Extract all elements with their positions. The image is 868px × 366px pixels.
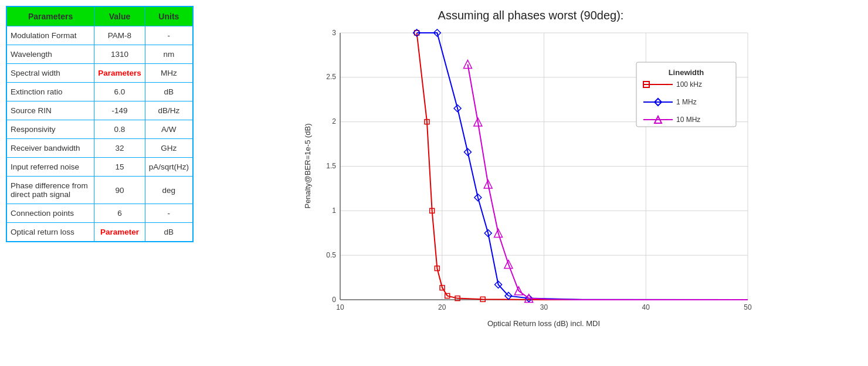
x-tick-20: 20 — [438, 303, 446, 311]
table-row: Source RIN-149dB/Hz — [6, 101, 193, 120]
col-header-units: Units — [145, 6, 193, 26]
param-units: GHz — [145, 139, 193, 158]
y-tick-2: 2 — [332, 117, 336, 126]
x-axis-label: Optical Return loss (dB) incl. MDI — [487, 319, 600, 328]
param-value: 90 — [94, 177, 145, 204]
chart-title: Assuming all phases worst (90deg): — [438, 9, 624, 22]
param-units: A/W — [145, 120, 193, 139]
table-row: Extinction ratio6.0dB — [6, 83, 193, 101]
param-name: Source RIN — [6, 101, 94, 120]
param-value: 6 — [94, 204, 145, 223]
y-tick-1.5: 1.5 — [326, 162, 336, 170]
x-tick-30: 30 — [540, 303, 548, 311]
param-value: 15 — [94, 158, 145, 177]
param-name: Connection points — [6, 204, 94, 223]
chart-section: Assuming all phases worst (90deg): — [199, 6, 862, 360]
param-units: MHz — [145, 64, 193, 83]
table-row: Wavelength1310nm — [6, 45, 193, 64]
chart-container: 10 20 30 40 50 0 0.5 1 1.5 2 2.5 3 Penal… — [302, 27, 760, 332]
table-row: Connection points6- — [6, 204, 193, 223]
col-header-value: Value — [94, 6, 145, 26]
x-tick-40: 40 — [642, 303, 650, 311]
param-units: nm — [145, 45, 193, 64]
param-units: dB — [145, 83, 193, 101]
param-value: Parameter — [94, 223, 145, 242]
param-value: 1310 — [94, 45, 145, 64]
table-row: Optical return lossParameterdB — [6, 223, 193, 242]
y-tick-3: 3 — [332, 29, 336, 37]
param-units: - — [145, 26, 193, 45]
param-units: - — [145, 204, 193, 223]
param-name: Phase difference from direct path signal — [6, 177, 94, 204]
param-units: pA/sqrt(Hz) — [145, 158, 193, 177]
y-tick-0: 0 — [332, 296, 336, 304]
param-name: Spectral width — [6, 64, 94, 83]
param-name: Modulation Format — [6, 26, 94, 45]
table-row: Spectral widthParametersMHz — [6, 64, 193, 83]
parameters-table: Parameters Value Units Modulation Format… — [6, 6, 194, 242]
param-name: Optical return loss — [6, 223, 94, 242]
param-name: Responsivity — [6, 120, 94, 139]
x-tick-10: 10 — [336, 303, 344, 311]
param-value: PAM-8 — [94, 26, 145, 45]
param-value: 6.0 — [94, 83, 145, 101]
chart-svg: 10 20 30 40 50 0 0.5 1 1.5 2 2.5 3 Penal… — [302, 27, 760, 332]
legend-label-10mhz: 10 MHz — [676, 116, 700, 124]
legend-label-100khz: 100 kHz — [676, 80, 702, 89]
table-row: Phase difference from direct path signal… — [6, 177, 193, 204]
param-value: 0.8 — [94, 120, 145, 139]
x-tick-50: 50 — [744, 303, 752, 311]
param-value: 32 — [94, 139, 145, 158]
param-name: Extinction ratio — [6, 83, 94, 101]
param-name: Input referred noise — [6, 158, 94, 177]
y-tick-1: 1 — [332, 206, 336, 215]
param-name: Receiver bandwidth — [6, 139, 94, 158]
table-row: Modulation FormatPAM-8- — [6, 26, 193, 45]
param-units: dB/Hz — [145, 101, 193, 120]
param-name: Wavelength — [6, 45, 94, 64]
table-row: Input referred noise15pA/sqrt(Hz) — [6, 158, 193, 177]
param-units: deg — [145, 177, 193, 204]
y-tick-0.5: 0.5 — [326, 251, 336, 259]
param-units: dB — [145, 223, 193, 242]
y-tick-2.5: 2.5 — [326, 73, 336, 81]
table-row: Responsivity0.8A/W — [6, 120, 193, 139]
table-row: Receiver bandwidth32GHz — [6, 139, 193, 158]
param-value: Parameters — [94, 64, 145, 83]
col-header-parameters: Parameters — [6, 6, 94, 26]
legend-title: Linewidth — [669, 68, 704, 77]
param-value: -149 — [94, 101, 145, 120]
y-axis-label: Penalty@BER=1e-5 (dB) — [303, 123, 312, 208]
legend-label-1mhz: 1 MHz — [676, 98, 697, 106]
parameters-table-section: Parameters Value Units Modulation Format… — [6, 6, 194, 360]
